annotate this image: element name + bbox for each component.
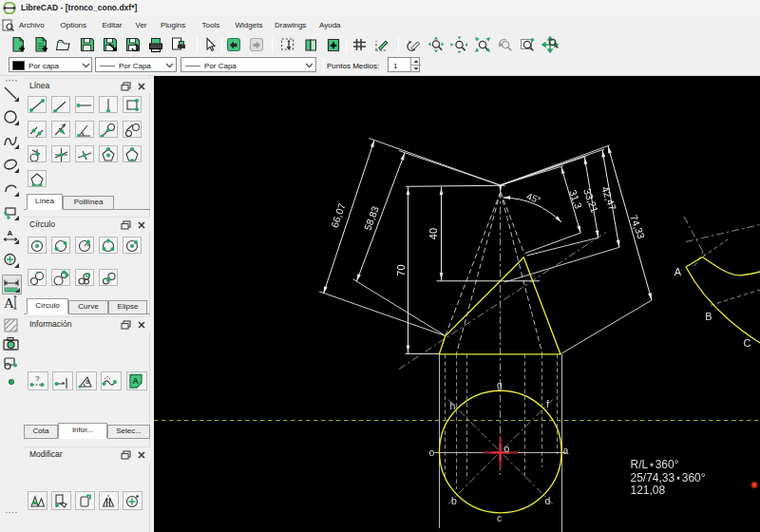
svg-text:f: f: [546, 398, 549, 409]
svg-text:40: 40: [428, 228, 439, 239]
svg-text:o: o: [429, 446, 435, 458]
svg-text:25/74,33⋆360°: 25/74,33⋆360°: [631, 471, 706, 484]
svg-text:A: A: [4, 295, 14, 311]
svg-text:42,47: 42,47: [599, 184, 618, 212]
svg-text:45°: 45°: [525, 191, 542, 206]
svg-text:a: a: [86, 378, 89, 385]
svg-text:66,07: 66,07: [329, 201, 348, 229]
svg-text:a: a: [563, 445, 569, 456]
svg-text:b: b: [451, 495, 457, 506]
svg-text:o: o: [504, 443, 510, 454]
svg-text:g: g: [497, 379, 503, 390]
svg-text:121,08: 121,08: [631, 484, 666, 497]
svg-text:B: B: [705, 311, 712, 322]
svg-text:d: d: [545, 495, 551, 506]
svg-text:58,83: 58,83: [362, 204, 381, 232]
svg-text:A: A: [674, 266, 682, 277]
svg-text:?: ?: [35, 374, 40, 383]
svg-text:A: A: [133, 376, 140, 386]
svg-text:h: h: [450, 400, 456, 411]
svg-text:R/L⋆360°: R/L⋆360°: [631, 458, 679, 471]
svg-text:c: c: [497, 512, 502, 523]
svg-text:C: C: [744, 337, 751, 349]
svg-text:A: A: [8, 229, 13, 238]
svg-text:33,21: 33,21: [581, 187, 600, 215]
svg-text:70: 70: [395, 264, 407, 276]
